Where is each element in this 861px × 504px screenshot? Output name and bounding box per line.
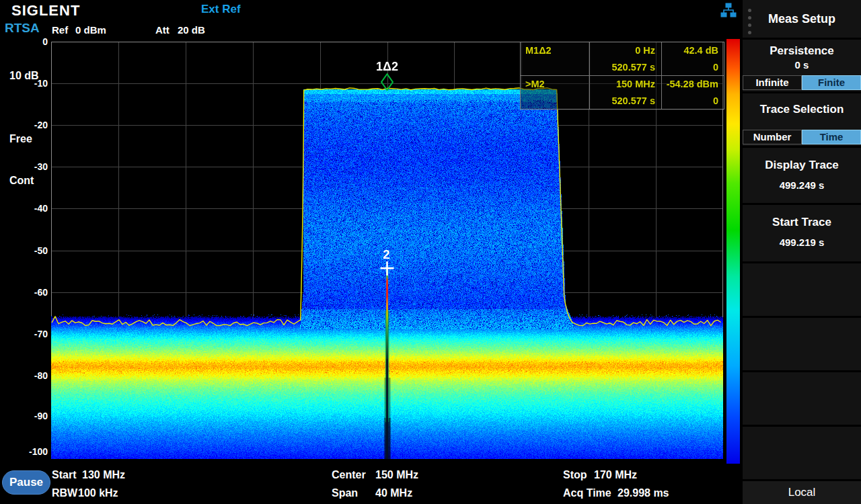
rbw-label[interactable]: RBW xyxy=(52,487,77,500)
marker-x: 520.577 s xyxy=(589,95,661,106)
softkey-empty-4[interactable] xyxy=(743,427,861,479)
density-colorbar xyxy=(726,39,740,464)
trace-selection-number-button[interactable]: Number xyxy=(743,130,802,144)
y-tick-70: -70 xyxy=(0,329,48,339)
y-tick-30: -30 xyxy=(0,161,48,172)
marker-y: 42.4 dB xyxy=(661,45,724,56)
softkey-persistence[interactable]: Persistence 0 s Infinite Finite xyxy=(743,40,861,91)
softkey-value: 499.219 s xyxy=(743,237,861,248)
trace-selection-time-button[interactable]: Time xyxy=(802,130,861,144)
sweep-cont-label: Cont xyxy=(9,175,34,187)
y-tick-90: -90 xyxy=(0,411,48,421)
rtsa-screen: { "header": { "brand": "SIGLENT", "ext_r… xyxy=(0,0,861,504)
softkey-label: Start Trace xyxy=(743,216,861,229)
y-tick-100: -100 xyxy=(0,446,48,457)
menu-grip-dots-icon xyxy=(748,9,752,38)
table-row: 520.577 s 0 xyxy=(521,59,724,76)
start-freq-label[interactable]: Start xyxy=(52,468,76,482)
y-tick-40: -40 xyxy=(0,203,48,214)
y-tick-60: -60 xyxy=(0,287,48,298)
softkey-trace-selection[interactable]: Trace Selection Number Time xyxy=(743,93,861,146)
local-button[interactable]: Local xyxy=(743,481,861,504)
y-tick-50: -50 xyxy=(0,245,48,256)
persistence-infinite-button[interactable]: Infinite xyxy=(743,75,802,90)
network-lan-icon[interactable] xyxy=(720,3,737,19)
y-tick-80: -80 xyxy=(0,370,48,381)
softkey-empty-1[interactable] xyxy=(743,263,861,316)
marker-x: 520.577 s xyxy=(589,62,661,73)
acq-time-label[interactable]: Acq Time xyxy=(563,487,611,500)
ref-level-value[interactable]: 0 dBm xyxy=(75,24,106,36)
y-tick-0: 0 xyxy=(0,36,48,47)
softkey-label: Persistence xyxy=(743,44,861,58)
center-freq-value[interactable]: 150 MHz xyxy=(375,468,418,482)
softkey-empty-2[interactable] xyxy=(743,318,861,370)
softkey-menu: Meas Setup Persistence 0 s Infinite Fini… xyxy=(743,0,861,504)
softkey-value: 499.249 s xyxy=(743,179,861,191)
marker-name: >M2 xyxy=(521,79,589,89)
marker-x: 150 MHz xyxy=(589,79,661,89)
siglent-logo: SIGLENT xyxy=(11,2,80,19)
y-tick-20: -20 xyxy=(0,120,48,130)
pause-button[interactable]: Pause xyxy=(2,470,50,495)
table-row: 520.577 s 0 xyxy=(521,92,724,109)
mode-label: RTSA xyxy=(5,21,40,36)
persistence-finite-button[interactable]: Finite xyxy=(802,75,861,90)
stop-freq-label[interactable]: Stop xyxy=(563,468,587,482)
table-row: >M2 150 MHz -54.28 dBm xyxy=(521,76,724,93)
softkey-label: Trace Selection xyxy=(743,103,861,116)
attenuation-value[interactable]: 20 dB xyxy=(178,24,205,36)
trigger-free-label: Free xyxy=(9,133,32,145)
ref-level-label[interactable]: Ref xyxy=(52,24,68,36)
trace-selection-toggle: Number Time xyxy=(743,130,861,144)
marker-name: M1Δ2 xyxy=(521,45,589,56)
span-value[interactable]: 40 MHz xyxy=(375,487,412,500)
menu-title: Meas Setup xyxy=(743,0,861,38)
start-freq-value[interactable]: 130 MHz xyxy=(82,468,125,482)
attenuation-label[interactable]: Att xyxy=(155,24,170,36)
table-divider xyxy=(521,75,724,76)
marker-y: 0 xyxy=(661,95,724,106)
y-tick-10: -10 xyxy=(0,78,48,89)
softkey-start-trace[interactable]: Start Trace 499.219 s xyxy=(743,205,861,261)
center-freq-label[interactable]: Center xyxy=(332,468,366,482)
marker-x: 0 Hz xyxy=(589,45,661,56)
persistence-toggle: Infinite Finite xyxy=(743,75,861,90)
table-row: M1Δ2 0 Hz 42.4 dB xyxy=(521,42,724,59)
softkey-empty-3[interactable] xyxy=(743,372,861,425)
rbw-value[interactable]: 100 kHz xyxy=(78,487,118,500)
ext-ref-status: Ext Ref xyxy=(201,3,241,16)
marker-readout-table: M1Δ2 0 Hz 42.4 dB 520.577 s 0 >M2 150 MH… xyxy=(520,42,724,110)
softkey-label: Display Trace xyxy=(743,159,861,172)
acq-time-value[interactable]: 29.998 ms xyxy=(617,487,669,500)
softkey-display-trace[interactable]: Display Trace 499.249 s xyxy=(743,148,861,203)
marker-y: 0 xyxy=(661,62,724,73)
marker-y: -54.28 dBm xyxy=(661,79,724,89)
menu-title-text: Meas Setup xyxy=(743,0,861,38)
span-label[interactable]: Span xyxy=(332,487,358,500)
softkey-value: 0 s xyxy=(743,59,861,71)
stop-freq-value[interactable]: 170 MHz xyxy=(594,468,637,482)
